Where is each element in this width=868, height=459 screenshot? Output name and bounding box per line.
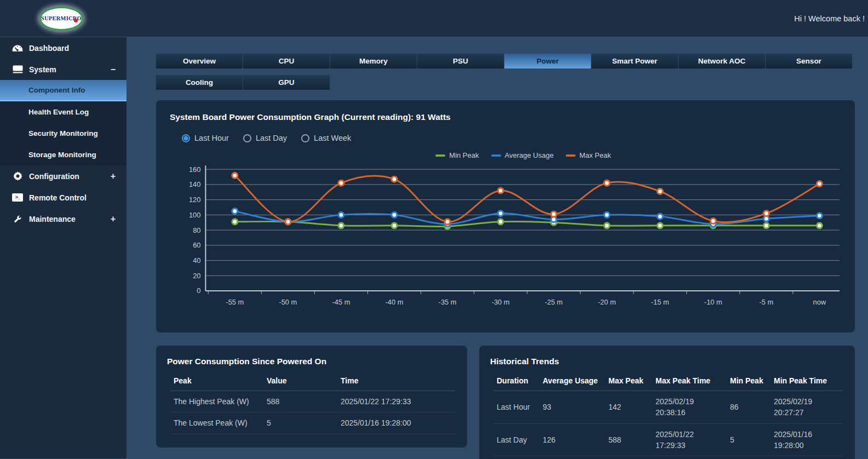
tab-overview[interactable]: Overview [156, 54, 243, 68]
tab-cpu[interactable]: CPU [243, 54, 330, 68]
legend-swatch-icon [435, 154, 445, 157]
svg-text:now: now [813, 298, 826, 306]
legend-swatch-icon [566, 154, 576, 157]
historical-trends-panel: Historical Trends Duration Average Usage… [479, 346, 855, 459]
sidebar-item-label: Maintenance [29, 215, 76, 223]
svg-text:-45 m: -45 m [332, 298, 350, 306]
tab-memory[interactable]: Memory [330, 54, 417, 68]
radio-icon [243, 134, 251, 142]
expand-plus-icon[interactable]: + [111, 171, 116, 181]
svg-text:40: 40 [193, 256, 200, 265]
table-row: Last Hour 93 142 2025/02/19 20:38:16 86 … [493, 391, 843, 424]
svg-text:-35 m: -35 m [439, 298, 457, 306]
peak-table: Peak Value Time The Highest Peak (W) 588… [170, 372, 455, 434]
sidebar-item-component-info[interactable]: Component Info [0, 80, 127, 101]
svg-text:100: 100 [189, 211, 200, 219]
legend-item[interactable]: Average Usage [491, 151, 554, 159]
panel-title: Power Consumption Since Powered On [167, 357, 456, 366]
collapse-minus-icon[interactable]: − [111, 65, 116, 74]
table-header-row: Duration Average Usage Max Peak Max Peak… [493, 372, 843, 391]
sidebar: Dashboard System − Component Info Health… [0, 37, 127, 458]
table-row: Last Day 126 588 2025/01/22 17:29:33 5 2… [493, 423, 843, 456]
welcome-message: Hi ! Welcome back ! [794, 14, 865, 23]
svg-text:60: 60 [193, 241, 200, 249]
svg-text:-55 m: -55 m [226, 298, 244, 306]
radio-last-day[interactable]: Last Day [243, 134, 287, 142]
tab-sensor[interactable]: Sensor [766, 54, 852, 68]
sidebar-item-system[interactable]: System − [0, 59, 127, 80]
sidebar-item-label: Remote Control [29, 193, 87, 202]
tab-psu[interactable]: PSU [417, 54, 504, 68]
svg-text:-5 m: -5 m [759, 298, 773, 306]
power-since-powered-on-panel: Power Consumption Since Powered On Peak … [156, 346, 467, 447]
sidebar-item-storage-monitoring[interactable]: Storage Monitoring [0, 144, 127, 165]
svg-text:140: 140 [189, 180, 200, 188]
tab-bar-row1: Overview CPU Memory PSU Power Smart Powe… [156, 54, 855, 68]
radio-last-week[interactable]: Last Week [301, 134, 351, 142]
power-chart: 020406080100120140160-55 m-50 m-45 m-40 … [170, 162, 842, 309]
supermicro-logo: SUPERMICRO [39, 7, 83, 31]
sidebar-item-configuration[interactable]: Configuration + [0, 165, 127, 187]
svg-text:120: 120 [189, 196, 200, 204]
main-content: Overview CPU Memory PSU Power Smart Powe… [127, 37, 868, 458]
sidebar-item-label: Dashboard [29, 44, 69, 53]
tab-cooling[interactable]: Cooling [156, 75, 243, 90]
radio-last-hour[interactable]: Last Hour [182, 134, 229, 142]
topbar: SUPERMICRO Hi ! Welcome back ! [0, 0, 868, 37]
svg-text:-50 m: -50 m [279, 298, 297, 306]
system-icon [11, 65, 24, 73]
svg-text:-20 m: -20 m [598, 298, 616, 306]
legend-item[interactable]: Min Peak [435, 151, 479, 159]
sidebar-item-maintenance[interactable]: Maintenance + [0, 208, 127, 230]
logo-red-dot-icon [74, 19, 78, 22]
sidebar-item-dashboard[interactable]: Dashboard [0, 37, 127, 59]
terminal-icon: >_ [11, 193, 24, 202]
sidebar-item-health-event-log[interactable]: Health Event Log [0, 101, 127, 123]
expand-plus-icon[interactable]: + [111, 214, 116, 224]
chart-title: System Board Power Consumption Graph (Cu… [170, 112, 844, 122]
radio-icon [182, 134, 190, 142]
tab-gpu[interactable]: GPU [243, 75, 330, 90]
svg-text:-40 m: -40 m [386, 298, 404, 306]
legend-swatch-icon [491, 154, 501, 157]
tab-power[interactable]: Power [504, 54, 591, 68]
svg-text:-15 m: -15 m [651, 298, 669, 306]
panel-title: Historical Trends [490, 357, 844, 366]
power-consumption-graph-panel: System Board Power Consumption Graph (Cu… [156, 100, 855, 332]
chart-legend: Min PeakAverage UsageMax Peak [203, 151, 844, 159]
wrench-icon [11, 215, 24, 223]
svg-text:-25 m: -25 m [545, 298, 563, 306]
table-header-row: Peak Value Time [170, 372, 455, 391]
table-row: The Highest Peak (W) 588 2025/01/22 17:2… [170, 391, 455, 412]
gauge-icon [11, 44, 24, 53]
tab-smart-power[interactable]: Smart Power [591, 54, 678, 68]
sidebar-item-label: Configuration [29, 172, 79, 181]
table-row: The Lowest Peak (W) 5 2025/01/16 19:28:0… [170, 412, 455, 434]
sidebar-item-security-monitoring[interactable]: Security Monitoring [0, 123, 127, 144]
gear-icon [11, 171, 24, 181]
legend-item[interactable]: Max Peak [566, 151, 611, 159]
sidebar-item-remote-control[interactable]: >_ Remote Control [0, 187, 127, 208]
historical-trends-table: Duration Average Usage Max Peak Max Peak… [493, 372, 843, 456]
svg-text:160: 160 [189, 165, 200, 174]
svg-text:-30 m: -30 m [492, 298, 510, 306]
time-range-radios: Last Hour Last Day Last Week [182, 134, 844, 142]
system-submenu: Component Info Health Event Log Security… [0, 80, 127, 165]
tab-bar-row2: Cooling GPU [156, 75, 855, 90]
svg-text:-10 m: -10 m [704, 298, 722, 306]
svg-text:80: 80 [193, 226, 200, 234]
radio-icon [301, 134, 309, 142]
sidebar-item-label: System [29, 65, 56, 74]
svg-text:20: 20 [193, 272, 200, 280]
tab-network-aoc[interactable]: Network AOC [679, 54, 765, 68]
svg-text:0: 0 [197, 286, 200, 295]
